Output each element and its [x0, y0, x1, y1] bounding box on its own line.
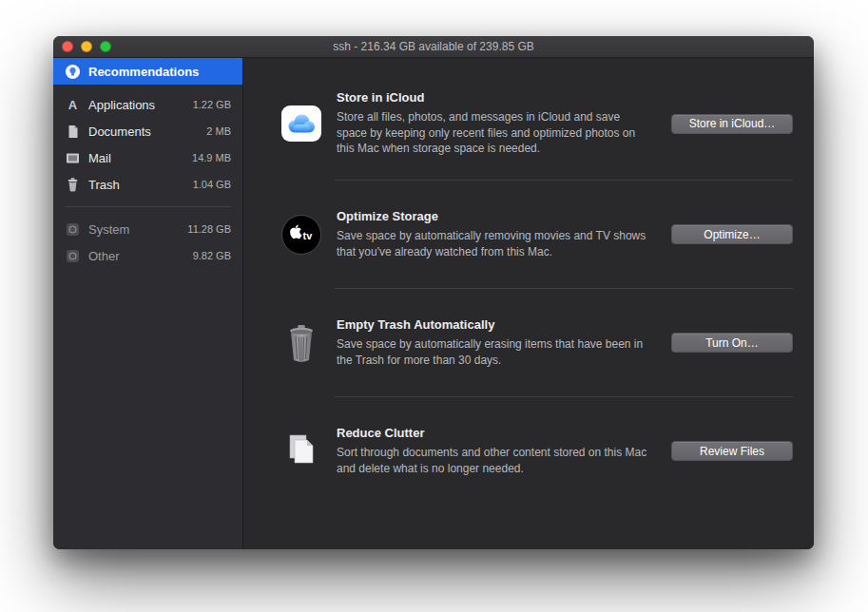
sidebar-item-mail[interactable]: Mail 14.9 MB — [53, 144, 242, 171]
minimize-button[interactable] — [81, 41, 92, 52]
sidebar: Recommendations A Applications 1.22 GB — [53, 58, 243, 549]
section-description: Save space by automatically removing mov… — [337, 228, 652, 259]
section-description: Save space by automatically erasing item… — [337, 336, 652, 368]
sidebar-item-label: Mail — [88, 151, 111, 165]
section-text: Optimize Storage Save space by automatic… — [337, 209, 671, 259]
window-controls — [62, 41, 111, 52]
trash-icon — [65, 177, 81, 193]
applications-icon: A — [65, 97, 81, 113]
section-empty-trash: Empty Trash Automatically Save space by … — [243, 289, 814, 396]
sidebar-group-categories: A Applications 1.22 GB Documents 2 MB — [53, 85, 242, 198]
section-title: Store in iCloud — [337, 90, 652, 105]
sidebar-item-size: 9.82 GB — [193, 250, 231, 261]
sidebar-item-size: 1.22 GB — [193, 99, 231, 110]
sidebar-separator — [65, 206, 231, 207]
close-button[interactable] — [62, 41, 73, 52]
section-title: Optimize Storage — [337, 209, 652, 223]
section-optimize-storage: tv Optimize Storage Save space by automa… — [243, 181, 814, 288]
section-description: Store all files, photos, and messages in… — [337, 109, 652, 157]
window-title: ssh - 216.34 GB available of 239.85 GB — [53, 36, 814, 57]
appletv-icon: tv — [280, 213, 323, 257]
system-icon — [65, 221, 81, 238]
other-icon — [65, 248, 81, 264]
turn-on-button[interactable]: Turn On… — [671, 333, 793, 353]
review-files-button[interactable]: Review Files — [671, 441, 793, 461]
sidebar-item-label: Trash — [88, 178, 120, 192]
sidebar-group-system: System 11.28 GB Other 9.82 GB — [53, 216, 242, 269]
icloud-icon — [280, 102, 323, 145]
sidebar-item-trash[interactable]: Trash 1.04 GB — [53, 171, 242, 198]
sidebar-item-size: 14.9 MB — [192, 152, 231, 163]
sidebar-item-other: Other 9.82 GB — [53, 242, 242, 269]
sidebar-item-label: Other — [88, 249, 120, 263]
mail-icon — [65, 150, 81, 166]
section-title: Empty Trash Automatically — [337, 317, 652, 332]
sidebar-item-label: System — [88, 222, 129, 237]
section-text: Empty Trash Automatically Save space by … — [337, 317, 671, 368]
section-title: Reduce Clutter — [337, 426, 652, 440]
sidebar-item-applications[interactable]: A Applications 1.22 GB — [53, 91, 242, 118]
sidebar-item-recommendations[interactable]: Recommendations — [53, 58, 242, 85]
svg-text:A: A — [68, 98, 78, 112]
svg-text:tv: tv — [303, 229, 314, 240]
section-text: Reduce Clutter Sort through documents an… — [337, 426, 671, 476]
desktop: ssh - 216.34 GB available of 239.85 GB R… — [0, 0, 868, 612]
zoom-button[interactable] — [100, 41, 111, 52]
storage-management-window: ssh - 216.34 GB available of 239.85 GB R… — [53, 36, 814, 549]
sidebar-item-size: 2 MB — [206, 125, 231, 137]
sidebar-item-label: Documents — [88, 124, 151, 139]
section-text: Store in iCloud Store all files, photos,… — [337, 90, 671, 157]
titlebar[interactable]: ssh - 216.34 GB available of 239.85 GB — [53, 36, 814, 58]
recommendations-icon — [65, 64, 81, 80]
trash-bin-icon — [280, 321, 323, 365]
window-body: Recommendations A Applications 1.22 GB — [53, 58, 814, 549]
sidebar-item-size: 1.04 GB — [193, 179, 231, 190]
sidebar-item-system: System 11.28 GB — [53, 216, 242, 242]
sidebar-item-label: Applications — [88, 98, 155, 112]
documents-stack-icon — [280, 430, 323, 473]
sidebar-item-size: 11.28 GB — [187, 223, 231, 235]
sidebar-item-label: Recommendations — [88, 65, 199, 79]
sidebar-item-documents[interactable]: Documents 2 MB — [53, 118, 242, 144]
section-store-in-icloud: Store in iCloud Store all files, photos,… — [243, 67, 814, 180]
store-in-icloud-button[interactable]: Store in iCloud… — [671, 114, 793, 134]
recommendations-panel: Store in iCloud Store all files, photos,… — [243, 58, 814, 549]
section-reduce-clutter: Reduce Clutter Sort through documents an… — [243, 397, 814, 505]
section-description: Sort through documents and other content… — [337, 445, 652, 476]
documents-icon — [65, 124, 81, 140]
optimize-button[interactable]: Optimize… — [671, 224, 793, 244]
